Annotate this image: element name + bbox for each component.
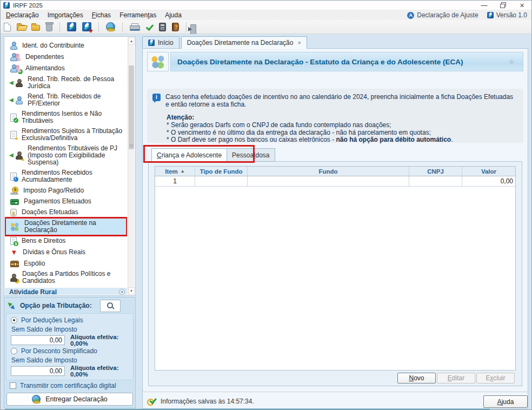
- certificacao-checkbox[interactable]: [10, 382, 16, 389]
- option-deducoes-legais[interactable]: Por Deduções Legais: [11, 316, 83, 324]
- sidebar-item-pagamentos[interactable]: Pagamentos Efetuados: [6, 197, 126, 206]
- saldo-input-1[interactable]: [11, 335, 65, 345]
- menu-declaracao[interactable]: Declaração: [2, 10, 43, 20]
- editar-button[interactable]: Editar: [437, 373, 475, 383]
- ficha-header: Doações Diretamente na Declaração - Esta…: [147, 52, 523, 71]
- doacoes-table: Item▲ Tipo de Fundo Fundo CNPJ Valor 1 0…: [155, 166, 516, 371]
- saldo-input-2[interactable]: [11, 366, 65, 376]
- column-tipo-fundo[interactable]: Tipo de Fundo: [195, 167, 248, 176]
- status-text: Informações salvas às 14:57:34.: [161, 398, 254, 405]
- subtab-crianca-adolescente[interactable]: Criança e Adolescente: [151, 148, 227, 162]
- menu-ferramentas[interactable]: Ferramentas: [115, 10, 161, 20]
- minimize-button[interactable]: —: [475, 1, 494, 10]
- calculator-icon[interactable]: [159, 23, 166, 31]
- people-icon: [10, 53, 21, 61]
- import-secure-icon[interactable]: [82, 22, 91, 31]
- sidebar-item-dependentes[interactable]: Dependentes: [6, 52, 126, 62]
- globe-icon: [32, 395, 41, 404]
- cell-item[interactable]: 1: [155, 176, 195, 186]
- cell-cnpj[interactable]: [409, 176, 462, 186]
- versao-logo-icon: [487, 12, 494, 18]
- folder-icon[interactable]: [31, 25, 40, 31]
- online-services-icon[interactable]: [106, 22, 115, 31]
- person-politics-icon: [10, 274, 17, 282]
- certificacao-row[interactable]: Transmitir com certificação digital: [10, 382, 116, 389]
- sidebar-item-rend-pj-suspensa[interactable]: ◀▲ Rendimentos Tributáveis de PJ (Impost…: [6, 144, 126, 167]
- sidebar-item-doacoes-efetuadas[interactable]: Doações Efetuadas: [6, 207, 126, 217]
- radio-desconto-simplificado[interactable]: [11, 348, 17, 354]
- excluir-button[interactable]: Excluir: [476, 373, 515, 383]
- scroll-down-button[interactable]: ▼: [128, 287, 135, 295]
- sidebar-item-rend-pf-exterior[interactable]: ◀ Rend. Trib. Recebidos de PF/Exterior: [6, 92, 126, 108]
- sidebar-item-ident-contribuinte[interactable]: Ident. do Contribuinte: [6, 41, 126, 51]
- sidebar-item-rend-isentos[interactable]: ✓ Rendimentos Isentos e Não Tributáveis: [6, 109, 126, 125]
- scroll-up-button[interactable]: ▲: [128, 37, 135, 45]
- sidebar-item-label: Rendimentos Isentos e Não Tributáveis: [22, 110, 125, 124]
- ajuda-button[interactable]: Ajuda: [483, 395, 528, 408]
- sidebar-item-doacoes-diretamente[interactable]: Doações Diretamente na Declaração: [6, 219, 126, 235]
- column-fundo[interactable]: Fundo: [248, 167, 409, 176]
- table-row[interactable]: 1 0,00: [155, 176, 515, 187]
- import-declaration-icon[interactable]: [67, 22, 76, 31]
- star-icon: [508, 57, 515, 67]
- exit-icon[interactable]: [188, 24, 196, 34]
- sidebar-item-label: Doações Diretamente na Declaração: [24, 220, 125, 234]
- sidebar-item-atividade-rural[interactable]: Atividade Rural ×: [5, 288, 127, 295]
- money-badge: $: [14, 241, 18, 246]
- print-icon[interactable]: [130, 23, 139, 31]
- cell-tipo[interactable]: [195, 176, 248, 186]
- sidebar-item-rend-acumulados[interactable]: Rendimentos Recebidos Acumuladamente: [6, 168, 126, 184]
- chest-icon: [10, 261, 19, 267]
- tab-doacoes-diretamente[interactable]: Doações Diretamente na Declaração ×: [181, 36, 307, 49]
- sort-asc-icon: ▲: [181, 169, 185, 174]
- menu-fichas[interactable]: Fichas: [88, 10, 115, 20]
- sidebar-item-bens-direitos[interactable]: $ Bens e Direitos: [6, 236, 126, 246]
- new-document-icon[interactable]: [4, 23, 11, 31]
- sidebar-item-espolio[interactable]: Espólio: [6, 259, 126, 268]
- sync-arrows-icon: [7, 302, 16, 310]
- menu-ajuda[interactable]: Ajuda: [161, 10, 186, 20]
- ficha-title: Doações Diretamente na Declaração - Esta…: [171, 58, 463, 66]
- entregar-declaracao-button[interactable]: Entregar Declaração: [6, 393, 133, 406]
- toolbar-separator: [122, 22, 123, 32]
- tab-close-icon[interactable]: ×: [297, 39, 301, 46]
- help-book-icon[interactable]: [172, 23, 179, 31]
- clock-badge: [14, 177, 18, 182]
- sidebar-item-alimentandos[interactable]: + Alimentandos: [6, 63, 126, 74]
- document-check-icon: ✓: [10, 114, 17, 122]
- menu-right-badges: Declaração de Ajuste Versão 1.0: [407, 10, 527, 20]
- sidebar-item-rend-pj[interactable]: ◀ Rend. Trib. Receb. de Pessoa Jurídica: [6, 75, 126, 91]
- cell-valor[interactable]: 0,00: [462, 176, 515, 186]
- novo-button[interactable]: Novo: [397, 373, 436, 383]
- tab-inicio[interactable]: Início: [142, 36, 179, 48]
- column-item[interactable]: Item▲: [155, 167, 195, 176]
- menu-importacoes[interactable]: Importações: [43, 10, 88, 20]
- sidebar-item-dividas[interactable]: Dívidas e Ônus Reais: [6, 247, 126, 257]
- close-panel-icon[interactable]: ×: [119, 289, 125, 295]
- doacoes-subpanel: Item▲ Tipo de Fundo Fundo CNPJ Valor 1 0…: [148, 161, 522, 386]
- sidebar-item-doacoes-partidos[interactable]: Doações a Partidos Políticos e Candidato…: [6, 269, 126, 286]
- subtab-pessoa-idosa[interactable]: Pessoa Idosa: [227, 148, 275, 162]
- inicio-logo-icon: [148, 39, 155, 46]
- close-button[interactable]: ×: [513, 1, 531, 10]
- column-valor[interactable]: Valor: [462, 167, 515, 176]
- sidebar-item-imposto-pago[interactable]: Imposto Pago/Retido: [6, 186, 126, 196]
- search-button[interactable]: [100, 300, 121, 312]
- sidebar: Ident. do Contribuinte Dependentes + Ali…: [4, 36, 136, 296]
- sidebar-item-label: Rendimentos Tributáveis de PJ (Imposto c…: [28, 145, 125, 166]
- verify-icon[interactable]: [145, 23, 153, 31]
- sidebar-item-rend-exclusiva[interactable]: ▲ Rendimentos Sujeitos à Tributação Excl…: [6, 127, 126, 143]
- sidebar-scrollbar[interactable]: ▲ ▼: [128, 37, 135, 295]
- scroll-thumb[interactable]: [129, 65, 134, 149]
- saldo-row-1: Alíquota efetiva: 0,00%: [11, 334, 133, 347]
- coin-hand-icon: [10, 187, 18, 195]
- restore-button[interactable]: [494, 1, 513, 10]
- delete-icon[interactable]: [46, 23, 52, 31]
- search-icon: [107, 302, 114, 309]
- radio-deducoes-legais[interactable]: [11, 317, 17, 323]
- cell-fundo[interactable]: [248, 176, 409, 186]
- arrow-person-icon: ◀: [10, 96, 23, 104]
- open-folder-icon[interactable]: [17, 25, 25, 31]
- column-cnpj[interactable]: CNPJ: [409, 167, 462, 176]
- option-desconto-simplificado[interactable]: Por Desconto Simplificado: [11, 347, 97, 355]
